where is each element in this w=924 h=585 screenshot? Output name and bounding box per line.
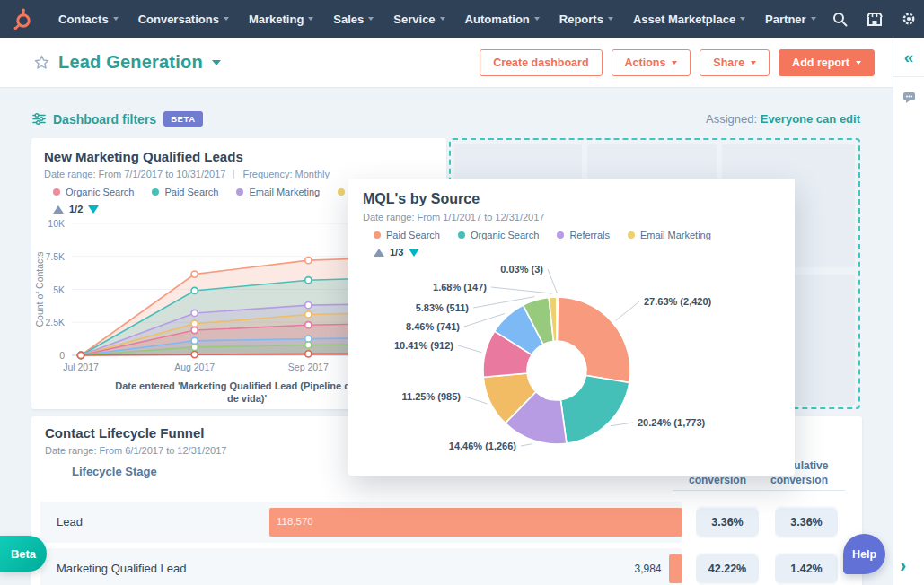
legend-dot-icon (374, 231, 381, 239)
add-report-button[interactable]: Add report (779, 49, 875, 76)
legend-label: Paid Search (386, 230, 440, 240)
legend-label: Email Marketing (249, 187, 320, 197)
slice-label: 5.83% (511) (416, 302, 470, 313)
legend-item[interactable]: Organic Search (53, 187, 134, 197)
hubspot-dashboard: Contacts Conversations Marketing Sales S… (0, 0, 924, 585)
slice-label: 14.46% (1,266) (449, 441, 517, 451)
nav-item-asset-marketplace[interactable]: Asset Marketplace (623, 0, 755, 38)
chevron-down-icon (811, 17, 816, 21)
stage-label: Marketing Qualified Lead (57, 562, 187, 575)
nav-item-conversations[interactable]: Conversations (128, 0, 239, 38)
legend-dot-icon (236, 188, 243, 196)
legend-item[interactable]: Paid Search (152, 187, 218, 197)
dashboard-filters-link[interactable]: Dashboard filters (53, 112, 156, 127)
conversion-value: 3.36% (696, 506, 759, 538)
hubspot-logo-icon[interactable] (11, 7, 34, 31)
right-rail: « (893, 38, 924, 585)
collapse-panel-icon[interactable]: « (904, 48, 914, 65)
help-button[interactable]: Help (843, 534, 885, 574)
nav-utilities (826, 4, 924, 33)
chevron-down-icon (368, 17, 374, 21)
legend-page-indicator: 1/2 (69, 204, 83, 214)
legend-item[interactable]: Paid Search (374, 230, 440, 240)
page-title[interactable]: Lead Generation (58, 52, 203, 73)
legend-page-indicator: 1/3 (390, 247, 403, 258)
search-icon[interactable] (826, 4, 855, 33)
report-title: MQL's by Source (363, 191, 780, 207)
divider (233, 170, 234, 179)
report-meta: Date range: From 1/1/2017 to 12/31/2017 (363, 212, 780, 223)
legend-page-up-icon[interactable] (53, 205, 64, 214)
svg-text:de vida)': de vida)' (227, 393, 268, 404)
share-button[interactable]: Share (700, 49, 770, 76)
legend-label: Paid Search (164, 187, 218, 197)
legend-label: Referrals (569, 230, 610, 240)
svg-text:Date entered 'Marketing Qualif: Date entered 'Marketing Qualified Lead (… (115, 380, 379, 391)
nav-item-marketing[interactable]: Marketing (239, 0, 323, 38)
svg-text:0: 0 (59, 350, 65, 361)
legend-label: Email Marketing (640, 230, 711, 240)
filter-icon (32, 113, 46, 125)
nav-item-reports[interactable]: Reports (550, 0, 623, 38)
legend-item[interactable]: Email Marketing (628, 230, 711, 240)
svg-text:2.5K: 2.5K (45, 317, 65, 327)
donut-slice[interactable] (557, 297, 630, 382)
report-title: New Marketing Qualified Leads (44, 149, 434, 164)
marketplace-icon[interactable] (860, 4, 889, 33)
legend-label: Organic Search (471, 230, 539, 240)
nav-item-automation[interactable]: Automation (455, 0, 550, 38)
dashboard-filter-bar: Dashboard filters BETA Assigned: Everyon… (32, 111, 860, 127)
stage-label: Lead (57, 515, 83, 528)
header-actions: Create dashboard Actions Share Add repor… (480, 49, 875, 76)
funnel-bar[interactable]: 118,570 (269, 508, 682, 537)
next-page-chevron-icon[interactable]: › (900, 556, 906, 576)
rail-top: « (893, 38, 924, 77)
legend-pager: 1/3 (374, 247, 780, 258)
legend-item[interactable]: Referrals (557, 230, 610, 240)
comments-icon[interactable] (893, 92, 924, 104)
assigned-text: Assigned: Everyone can edit (706, 112, 860, 126)
legend-item[interactable]: Email Marketing (236, 187, 320, 197)
svg-text:Count of Contacts: Count of Contacts (34, 251, 45, 327)
legend-page-down-icon[interactable] (409, 249, 419, 257)
actions-button[interactable]: Actions (612, 49, 691, 76)
nav-item-sales[interactable]: Sales (323, 0, 383, 38)
nav-item-service[interactable]: Service (383, 0, 454, 38)
report-card-mql-by-source[interactable]: MQL's by Source Date range: From 1/1/201… (348, 179, 795, 476)
settings-gear-icon[interactable] (894, 4, 923, 33)
legend-dot-icon (458, 231, 465, 239)
chevron-down-icon (856, 61, 861, 65)
funnel-row[interactable]: Marketing Qualified Lead3,984 (40, 548, 682, 585)
top-nav: Contacts Conversations Marketing Sales S… (0, 0, 924, 38)
funnel-rows: Lead118,5703.36%3.36%Marketing Qualified… (40, 502, 853, 585)
svg-text:10K: 10K (48, 218, 65, 229)
legend-dot-icon (628, 231, 635, 239)
slice-label: 0.03% (3) (500, 264, 543, 275)
funnel-row[interactable]: Lead118,570 (40, 502, 682, 543)
nav-item-partner[interactable]: Partner (755, 0, 826, 38)
assigned-value-link[interactable]: Everyone can edit (761, 112, 860, 126)
beta-pill[interactable]: Beta (0, 536, 47, 572)
chevron-down-icon (440, 17, 445, 21)
funnel-bar[interactable] (669, 554, 682, 583)
legend-item[interactable]: Organic Search (458, 230, 539, 240)
header-divider (673, 490, 845, 491)
legend-dot-icon (338, 188, 345, 196)
cumulative-conversion-value: 3.36% (775, 506, 838, 538)
nav-item-contacts[interactable]: Contacts (48, 0, 128, 38)
favorite-star-icon[interactable] (34, 55, 49, 70)
chevron-down-icon (608, 17, 613, 21)
legend-page-down-icon[interactable] (88, 205, 99, 214)
donut-slice[interactable] (560, 375, 629, 443)
dashboard-switcher-caret-icon[interactable] (212, 60, 221, 65)
bar-value: 118,570 (277, 516, 313, 527)
donut-slice[interactable] (557, 297, 559, 341)
dashboard-header: Lead Generation Create dashboard Actions… (0, 38, 893, 88)
column-header-conversion: conversion (676, 474, 759, 488)
slice-label: 1.68% (147) (433, 282, 487, 292)
create-dashboard-button[interactable]: Create dashboard (480, 49, 602, 76)
conversion-value: 42.22% (696, 553, 759, 585)
legend-page-up-icon[interactable] (374, 249, 384, 257)
beta-badge: BETA (163, 111, 203, 127)
legend-dot-icon (53, 188, 60, 196)
